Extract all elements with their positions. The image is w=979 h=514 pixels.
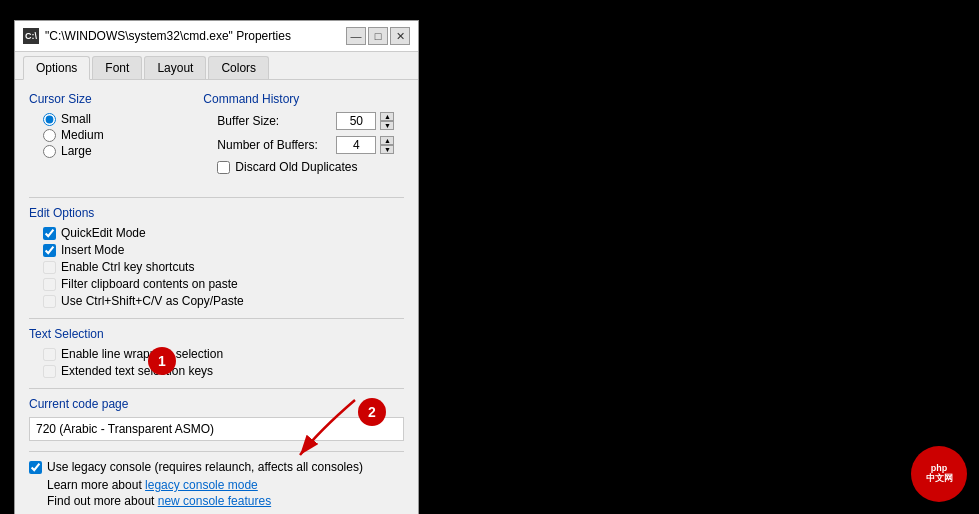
ctrl-shortcuts-option[interactable]: Enable Ctrl key shortcuts [43, 260, 404, 274]
divider-3 [29, 388, 404, 389]
buffer-size-field: Buffer Size: 50 ▲ ▼ [217, 112, 404, 130]
quickedit-label: QuickEdit Mode [61, 226, 146, 240]
edit-options-title: Edit Options [29, 206, 404, 220]
ctrl-shortcuts-checkbox [43, 261, 56, 274]
tab-bar: Options Font Layout Colors [15, 52, 418, 80]
buffer-size-label: Buffer Size: [217, 114, 332, 128]
ctrl-shift-cv-option[interactable]: Use Ctrl+Shift+C/V as Copy/Paste [43, 294, 404, 308]
cursor-small-option[interactable]: Small [43, 112, 183, 126]
tab-font[interactable]: Font [92, 56, 142, 79]
num-buffers-up[interactable]: ▲ [380, 136, 394, 145]
cursor-size-title: Cursor Size [29, 92, 183, 106]
insert-mode-label: Insert Mode [61, 243, 124, 257]
find-out-prefix: Find out more about [47, 494, 158, 508]
text-selection-body: Enable line wrapping selection Extended … [29, 347, 404, 378]
insert-mode-checkbox[interactable] [43, 244, 56, 257]
buffer-size-up[interactable]: ▲ [380, 112, 394, 121]
discard-duplicates-label: Discard Old Duplicates [235, 160, 357, 174]
annotation-1: 1 [148, 347, 176, 375]
command-history-body: Buffer Size: 50 ▲ ▼ Number of Buffers: 4… [203, 112, 404, 174]
cursor-small-label: Small [61, 112, 91, 126]
learn-more-prefix: Learn more about [47, 478, 145, 492]
new-console-link[interactable]: new console features [158, 494, 271, 508]
num-buffers-input[interactable]: 4 [336, 136, 376, 154]
line-wrap-checkbox [43, 348, 56, 361]
quickedit-option[interactable]: QuickEdit Mode [43, 226, 404, 240]
extended-selection-checkbox [43, 365, 56, 378]
cursor-medium-label: Medium [61, 128, 104, 142]
filter-clipboard-option[interactable]: Filter clipboard contents on paste [43, 277, 404, 291]
top-sections: Cursor Size Small Medium Large [29, 92, 404, 187]
tab-layout[interactable]: Layout [144, 56, 206, 79]
dialog-title: "C:\WINDOWS\system32\cmd.exe" Properties [45, 29, 346, 43]
legacy-console-checkbox[interactable] [29, 461, 42, 474]
edit-options-body: QuickEdit Mode Insert Mode Enable Ctrl k… [29, 226, 404, 308]
ctrl-shift-cv-checkbox [43, 295, 56, 308]
legacy-console-link[interactable]: legacy console mode [145, 478, 258, 492]
buffer-size-spinner: ▲ ▼ [380, 112, 394, 130]
cursor-small-radio[interactable] [43, 113, 56, 126]
find-out-row: Find out more about new console features [29, 494, 404, 508]
command-history-section: Command History Buffer Size: 50 ▲ ▼ Numb… [203, 92, 404, 177]
cursor-medium-radio[interactable] [43, 129, 56, 142]
tab-options[interactable]: Options [23, 56, 90, 80]
ctrl-shift-cv-label: Use Ctrl+Shift+C/V as Copy/Paste [61, 294, 244, 308]
title-bar: C:\ "C:\WINDOWS\system32\cmd.exe" Proper… [15, 21, 418, 52]
cursor-large-option[interactable]: Large [43, 144, 183, 158]
window-controls: — □ ✕ [346, 27, 410, 45]
maximize-button[interactable]: □ [368, 27, 388, 45]
close-button[interactable]: ✕ [390, 27, 410, 45]
ctrl-shortcuts-label: Enable Ctrl key shortcuts [61, 260, 194, 274]
num-buffers-label: Number of Buffers: [217, 138, 332, 152]
minimize-button[interactable]: — [346, 27, 366, 45]
line-wrap-label: Enable line wrapping selection [61, 347, 223, 361]
extended-selection-option[interactable]: Extended text selection keys [43, 364, 404, 378]
insert-mode-option[interactable]: Insert Mode [43, 243, 404, 257]
filter-clipboard-label: Filter clipboard contents on paste [61, 277, 238, 291]
cursor-size-options: Small Medium Large [29, 112, 183, 158]
cursor-size-section: Cursor Size Small Medium Large [29, 92, 183, 177]
line-wrap-option[interactable]: Enable line wrapping selection [43, 347, 404, 361]
command-history-title: Command History [203, 92, 404, 106]
divider-2 [29, 318, 404, 319]
text-selection-section: Text Selection Enable line wrapping sele… [29, 327, 404, 378]
text-selection-title: Text Selection [29, 327, 404, 341]
learn-more-row: Learn more about legacy console mode [29, 478, 404, 492]
cursor-large-radio[interactable] [43, 145, 56, 158]
extended-selection-label: Extended text selection keys [61, 364, 213, 378]
divider-1 [29, 197, 404, 198]
app-icon: C:\ [23, 28, 39, 44]
buffer-size-down[interactable]: ▼ [380, 121, 394, 130]
num-buffers-spinner: ▲ ▼ [380, 136, 394, 154]
watermark: php中文网 [911, 446, 967, 502]
watermark-text: php中文网 [926, 464, 953, 484]
cursor-medium-option[interactable]: Medium [43, 128, 183, 142]
arrow-annotation [260, 390, 380, 470]
quickedit-checkbox[interactable] [43, 227, 56, 240]
num-buffers-down[interactable]: ▼ [380, 145, 394, 154]
cursor-large-label: Large [61, 144, 92, 158]
discard-duplicates-option[interactable]: Discard Old Duplicates [217, 160, 404, 174]
filter-clipboard-checkbox [43, 278, 56, 291]
tab-colors[interactable]: Colors [208, 56, 269, 79]
discard-duplicates-checkbox[interactable] [217, 161, 230, 174]
edit-options-section: Edit Options QuickEdit Mode Insert Mode … [29, 206, 404, 308]
buffer-size-input[interactable]: 50 [336, 112, 376, 130]
num-buffers-field: Number of Buffers: 4 ▲ ▼ [217, 136, 404, 154]
